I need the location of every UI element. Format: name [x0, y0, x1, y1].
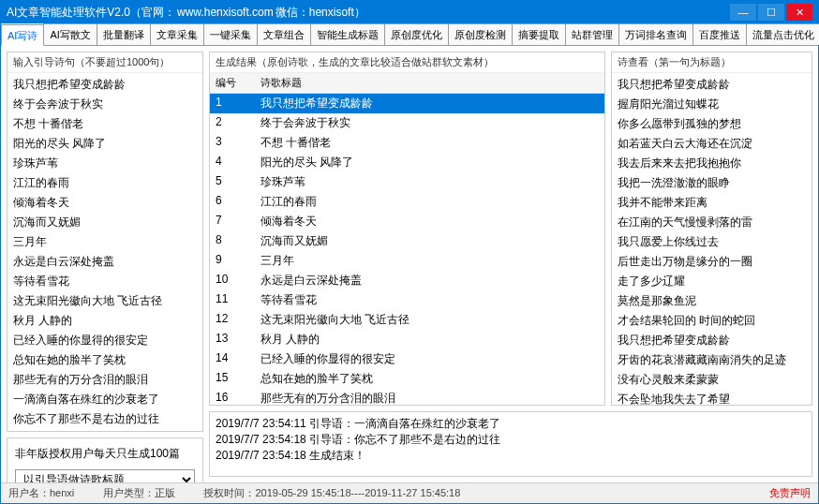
list-item[interactable]: 这无束阳光徽向大地 飞近古径 — [11, 291, 199, 311]
row-number: 16 — [210, 389, 255, 405]
row-title: 倾海着冬天 — [255, 212, 604, 231]
list-item[interactable]: 走了多少辽耀 — [616, 272, 808, 291]
tab-9[interactable]: 摘要提取 — [512, 23, 566, 45]
table-row[interactable]: 2终于会奔波于秋实 — [210, 113, 604, 133]
table-row[interactable]: 12这无束阳光徽向大地 飞近古径 — [210, 310, 604, 330]
row-number: 14 — [210, 349, 255, 369]
title-mode-dropdown[interactable]: 以引导语做诗歌标题 — [15, 469, 195, 482]
table-row[interactable]: 3不想 十番偕老 — [210, 133, 604, 153]
list-item[interactable]: 沉海而又妩媚 — [11, 213, 199, 232]
list-item[interactable]: 等待看雪花 — [11, 272, 199, 291]
table-row[interactable]: 13秋月 人静的 — [210, 330, 604, 349]
tab-11[interactable]: 万词排名查询 — [618, 23, 693, 45]
list-item[interactable]: 握肩阳光溜过知蝶花 — [616, 95, 808, 114]
status-auth: 2019-05-29 15:45:18----2019-11-27 15:45:… — [255, 487, 460, 498]
tab-2[interactable]: 批量翻译 — [97, 23, 151, 45]
status-auth-label: 授权时间： — [203, 487, 255, 498]
tab-8[interactable]: 原创度检测 — [448, 23, 513, 45]
close-button[interactable]: ✕ — [786, 4, 812, 21]
list-item[interactable]: 我只想把希望变成龄龄 — [616, 75, 808, 95]
tab-7[interactable]: 原创度优化 — [384, 23, 449, 45]
list-item[interactable]: 不会坠地我失去了希望 — [616, 390, 808, 405]
table-row[interactable]: 1我只想把希望变成龄龄 — [210, 94, 604, 113]
list-item[interactable]: 不想 十番偕老 — [11, 114, 199, 134]
row-number: 6 — [210, 192, 255, 212]
row-number: 4 — [210, 153, 255, 172]
list-item[interactable]: 才会结果轮回的 时间的蛇回 — [616, 311, 808, 331]
tab-13[interactable]: 流量点击优化 — [746, 23, 819, 45]
statusbar: 用户名：henxi 用户类型：正版 授权时间：2019-05-29 15:45:… — [1, 482, 818, 503]
row-number: 12 — [210, 310, 255, 330]
list-item[interactable]: 终于会奔波于秋实 — [11, 95, 199, 114]
list-item[interactable]: 后世走出万物是缘分的一圈 — [616, 252, 808, 272]
website-link[interactable]: www.henxisoft.com — [177, 6, 274, 19]
quota-note: 非年版授权用户每天只生成100篇 — [15, 446, 195, 462]
list-item[interactable]: 我把一洗澄澈澈的眼睁 — [616, 173, 808, 193]
list-item[interactable]: 我只愿爱上你线过去 — [616, 232, 808, 252]
list-item[interactable]: 总知在她的脸半了笑枕 — [11, 350, 199, 370]
list-item[interactable]: 江江的春雨 — [11, 173, 199, 193]
titlebar: AI文章智能处理软件V2.0（官网： www.henxisoft.com 微信：… — [1, 1, 818, 23]
list-item[interactable]: 如若蓝天白云大海还在沉淀 — [616, 134, 808, 154]
list-item[interactable]: 在江南的天气慢慢剥落的雷 — [616, 213, 808, 232]
row-title: 阳光的尽头 风降了 — [255, 153, 604, 172]
col-header-title: 诗歌标题 — [255, 73, 604, 93]
list-item[interactable]: 我只想把希望变成龄龄 — [11, 75, 199, 95]
table-row[interactable]: 15总知在她的脸半了笑枕 — [210, 369, 604, 389]
list-item[interactable]: 秋月 人静的 — [11, 311, 199, 331]
table-row[interactable]: 5珍珠芦苇 — [210, 172, 604, 192]
list-item[interactable]: 你忘不了那些不是右边的过往 — [11, 409, 199, 429]
status-user: henxi — [50, 487, 74, 498]
log-line: 2019/7/7 23:54:18 引导语：你忘不了那些不是右边的过往 — [216, 432, 806, 448]
list-item[interactable]: 已经入睡的你显得的很安定 — [11, 331, 199, 350]
status-type-label: 用户类型： — [103, 487, 155, 498]
disclaimer-link[interactable]: 免责声明 — [769, 486, 811, 500]
row-title: 那些无有的万分含泪的眼泪 — [255, 389, 604, 405]
row-title: 江江的春雨 — [255, 192, 604, 212]
table-row[interactable]: 11等待看雪花 — [210, 290, 604, 310]
log-line: 2019/7/7 23:54:18 生成结束！ — [216, 448, 806, 464]
table-row[interactable]: 10永远是白云深处掩盖 — [210, 271, 604, 290]
main-tabbar: AI写诗AI写散文批量翻译文章采集一键采集文章组合智能生成标题原创度优化原创度检… — [1, 23, 818, 46]
results-table[interactable]: 1我只想把希望变成龄龄2终于会奔波于秋实3不想 十番偕老4阳光的尽头 风降了5珍… — [210, 94, 604, 405]
tab-3[interactable]: 文章采集 — [150, 23, 204, 45]
table-row[interactable]: 8沉海而又妩媚 — [210, 231, 604, 251]
table-row[interactable]: 16那些无有的万分含泪的眼泪 — [210, 389, 604, 405]
list-item[interactable]: 我只想把希望变成龄龄 — [616, 331, 808, 350]
list-item[interactable]: 我并不能带来距离 — [616, 193, 808, 213]
list-item[interactable]: 阳光的尽头 风降了 — [11, 134, 199, 154]
list-item[interactable]: 三月年 — [11, 232, 199, 252]
tab-0[interactable]: AI写诗 — [1, 24, 44, 46]
list-item[interactable]: 我去后来来去把我抱抱你 — [616, 154, 808, 173]
list-item[interactable]: 你多么愿带到孤独的梦想 — [616, 114, 808, 134]
tab-5[interactable]: 文章组合 — [257, 23, 311, 45]
list-item[interactable]: 莫然是那象鱼泥 — [616, 291, 808, 311]
tab-12[interactable]: 百度推送 — [692, 23, 747, 45]
table-row[interactable]: 7倾海着冬天 — [210, 212, 604, 231]
list-item[interactable]: 没有心灵般来柔蒙蒙 — [616, 370, 808, 390]
poem-preview-list[interactable]: 我只想把希望变成龄龄握肩阳光溜过知蝶花你多么愿带到孤独的梦想如若蓝天白云大海还在… — [612, 73, 812, 405]
input-panel-header: 输入引导诗句（不要超过1000句） — [7, 52, 202, 73]
table-row[interactable]: 9三月年 — [210, 251, 604, 271]
status-user-label: 用户名： — [8, 487, 50, 498]
row-title: 我只想把希望变成龄龄 — [255, 94, 604, 113]
table-row[interactable]: 14已经入睡的你显得的很安定 — [210, 349, 604, 369]
tab-6[interactable]: 智能生成标题 — [310, 23, 385, 45]
list-item[interactable]: 那些无有的万分含泪的眼泪 — [11, 370, 199, 390]
log-line: 2019/7/7 23:54:11 引导语：一滴滴自落在殊红的沙衰老了 — [216, 416, 806, 432]
table-row[interactable]: 4阳光的尽头 风降了 — [210, 153, 604, 172]
row-title: 终于会奔波于秋实 — [255, 113, 604, 133]
table-row[interactable]: 6江江的春雨 — [210, 192, 604, 212]
list-item[interactable]: 一滴滴自落在殊红的沙衰老了 — [11, 390, 199, 409]
list-item[interactable]: 倾海着冬天 — [11, 193, 199, 213]
tab-1[interactable]: AI写散文 — [43, 23, 97, 45]
list-item[interactable]: 牙齿的花哀潜藏藏南南消失的足迹 — [616, 350, 808, 370]
row-number: 2 — [210, 113, 255, 133]
input-lines-list[interactable]: 我只想把希望变成龄龄终于会奔波于秋实不想 十番偕老阳光的尽头 风降了珍珠芦苇江江… — [7, 73, 202, 431]
maximize-button[interactable]: ☐ — [758, 4, 784, 21]
tab-4[interactable]: 一键采集 — [203, 23, 258, 45]
list-item[interactable]: 永远是白云深处掩盖 — [11, 252, 199, 272]
minimize-button[interactable]: — — [730, 4, 756, 21]
list-item[interactable]: 珍珠芦苇 — [11, 154, 199, 173]
tab-10[interactable]: 站群管理 — [565, 23, 619, 45]
